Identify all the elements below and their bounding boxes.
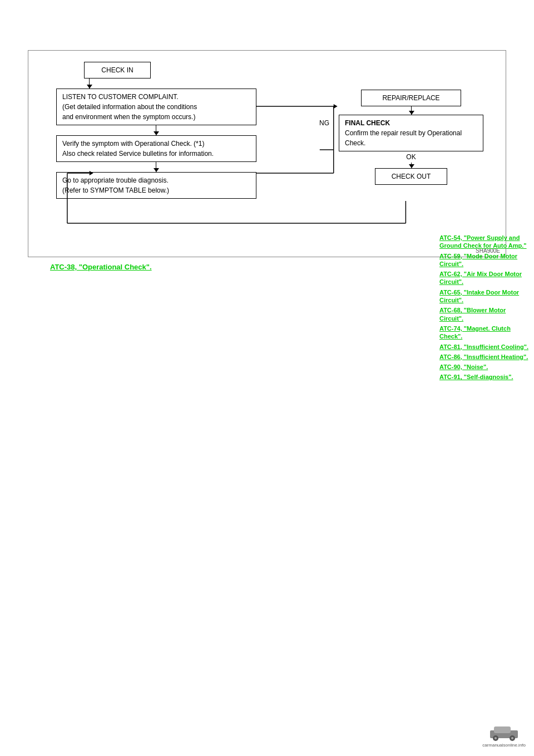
right-link-8[interactable]: ATC-90, "Noise". [439, 363, 528, 371]
listen-box: LISTEN TO CUSTOMER COMPLAINT. (Get detai… [56, 89, 256, 125]
repair-replace-label: REPAIR/REPLACE [382, 94, 439, 102]
check-out-label: CHECK OUT [392, 173, 431, 180]
right-links-panel: ATC-54, "Power Supply and Ground Check f… [439, 234, 528, 381]
svg-point-15 [511, 737, 513, 739]
bottom-logo: carmanualsonline.info [482, 722, 526, 748]
logo-text: carmanualsonline.info [482, 743, 526, 748]
right-link-1[interactable]: ATC-59, "Mode Door Motor Circuit". [439, 252, 528, 268]
final-check-box: FINAL CHECK Confirm the repair result by… [339, 115, 483, 151]
verify-box: Verify the symptom with Operational Chec… [56, 135, 256, 162]
final-check-label: FINAL CHECK [345, 118, 477, 128]
ok-label: OK [406, 153, 416, 161]
right-link-0[interactable]: ATC-54, "Power Supply and Ground Check f… [439, 234, 528, 250]
right-link-6[interactable]: ATC-81, "Insufficient Cooling". [439, 343, 528, 351]
car-icon [487, 722, 521, 742]
goto-line1: Go to appropriate trouble diagnosis. [62, 175, 250, 185]
right-link-3[interactable]: ATC-65, "Intake Door Motor Circuit". [439, 288, 528, 305]
verify-line1: Verify the symptom with Operational Chec… [62, 139, 250, 149]
final-check-detail: Confirm the repair result by Operational… [345, 128, 477, 148]
listen-detail1: (Get detailed information about the cond… [62, 102, 250, 112]
ng-label: NG [319, 119, 329, 127]
right-link-9[interactable]: ATC-91, "Self-diagnosis". [439, 373, 528, 381]
check-in-label: CHECK IN [101, 66, 133, 74]
svg-rect-11 [494, 726, 511, 733]
listen-detail2: and environment when the symptom occurs.… [62, 112, 250, 122]
listen-title: LISTEN TO CUSTOMER COMPLAINT. [62, 92, 250, 102]
check-out-box: CHECK OUT [375, 168, 447, 185]
repair-replace-box: REPAIR/REPLACE [361, 90, 461, 106]
right-link-5[interactable]: ATC-74, "Magnet. Clutch Check". [439, 325, 528, 341]
check-in-box: CHECK IN [84, 62, 151, 78]
goto-box: Go to appropriate trouble diagnosis. (Re… [56, 172, 256, 199]
svg-point-14 [495, 737, 497, 739]
verify-line2: Also check related Service bulletins for… [62, 149, 250, 159]
right-link-4[interactable]: ATC-68, "Blower Motor Circuit". [439, 306, 528, 322]
right-link-2[interactable]: ATC-62, "Air Mix Door Motor Circuit". [439, 270, 528, 286]
goto-line2: (Refer to SYMPTOM TABLE below.) [62, 185, 250, 195]
right-link-7[interactable]: ATC-86, "Insufficient Heating". [439, 353, 528, 361]
